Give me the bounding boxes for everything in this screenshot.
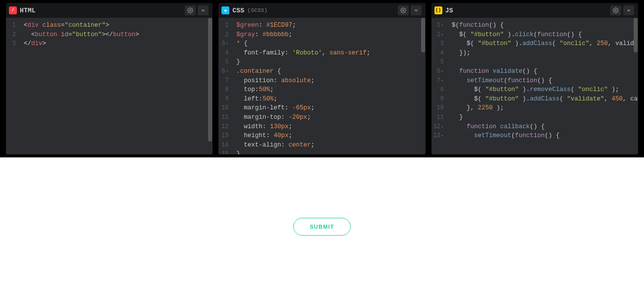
gear-icon[interactable] — [185, 5, 196, 15]
svg-point-1 — [402, 10, 404, 11]
chevron-down-icon[interactable] — [623, 5, 634, 15]
code-html[interactable]: <div class="container"> <button id="butt… — [20, 18, 213, 154]
gear-icon[interactable] — [398, 5, 409, 15]
gutter-js: 12345678910111213 — [431, 18, 448, 154]
output-preview: SUBMIT — [0, 157, 644, 296]
gutter-css: 123456789101112131415 — [218, 18, 232, 154]
panel-title-css: ✱ CSS (SCSS) — [221, 6, 268, 14]
code-js[interactable]: $(function() { $( "#button" ).click(func… — [448, 18, 638, 154]
submit-button[interactable]: SUBMIT — [293, 218, 351, 236]
code-css[interactable]: $green: #1ECD97;$gray: #bbbbbb;* { font-… — [232, 18, 425, 154]
scrollbar-thumb-css[interactable] — [421, 18, 425, 52]
html-badge-icon: / — [9, 6, 17, 14]
code-area-css[interactable]: 123456789101112131415 $green: #1ECD97;$g… — [218, 18, 425, 154]
panel-controls-js — [610, 5, 634, 15]
panel-header-html: / HTML — [6, 3, 213, 18]
svg-point-0 — [190, 10, 191, 11]
scrollbar-html[interactable] — [208, 18, 213, 154]
gutter-html: 123 — [6, 18, 20, 154]
code-area-html[interactable]: 123 <div class="container"> <button id="… — [6, 18, 213, 154]
scrollbar-thumb-js[interactable] — [634, 18, 638, 52]
svg-point-2 — [615, 10, 616, 11]
code-area-js[interactable]: 12345678910111213 $(function() { $( "#bu… — [431, 18, 638, 154]
panel-html: / HTML 123 <div class="container"> <butt… — [6, 3, 213, 154]
panel-css: ✱ CSS (SCSS) 123456789101112131415 $gree… — [218, 3, 425, 154]
js-badge-icon: () — [434, 6, 442, 14]
scrollbar-js[interactable] — [633, 18, 638, 154]
chevron-down-icon[interactable] — [198, 5, 209, 15]
panel-controls-html — [185, 5, 209, 15]
panel-title-text: JS — [445, 7, 453, 14]
panel-title-html: / HTML — [9, 6, 39, 14]
panel-js: () JS 12345678910111213 $(function() { $… — [431, 3, 638, 154]
panel-title-text: CSS — [232, 7, 244, 14]
panel-title-sub: (SCSS) — [247, 7, 268, 13]
scrollbar-thumb-html[interactable] — [208, 18, 212, 142]
panel-header-css: ✱ CSS (SCSS) — [218, 3, 425, 18]
chevron-down-icon[interactable] — [411, 5, 422, 15]
scrollbar-css[interactable] — [421, 18, 426, 154]
panel-controls-css — [398, 5, 422, 15]
panel-title-js: () JS — [434, 6, 456, 14]
gear-icon[interactable] — [610, 5, 621, 15]
panel-header-js: () JS — [431, 3, 638, 18]
panel-title-text: HTML — [20, 7, 36, 14]
css-badge-icon: ✱ — [221, 6, 229, 14]
editor-row: / HTML 123 <div class="container"> <butt… — [0, 0, 644, 157]
